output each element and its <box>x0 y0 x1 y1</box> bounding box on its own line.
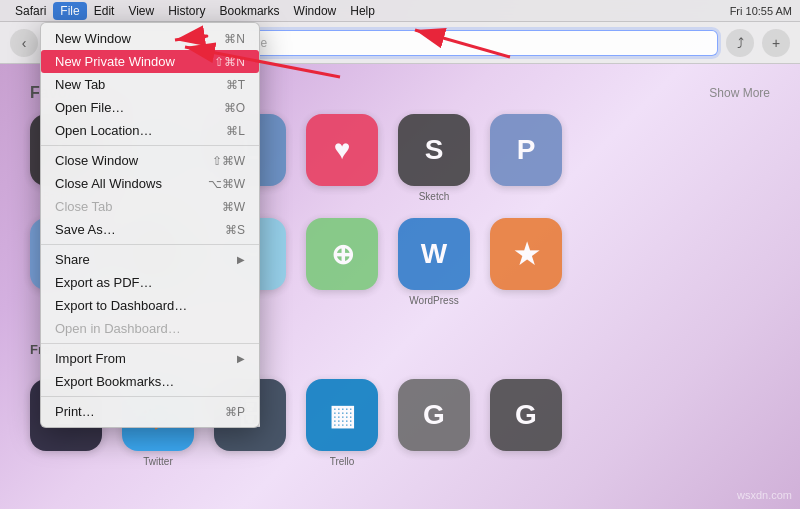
menu-item-export-bookmarks-label: Export Bookmarks… <box>55 374 174 389</box>
menu-item-close-window-shortcut: ⇧⌘W <box>212 154 245 168</box>
freq-icon-img-5: G <box>398 379 470 451</box>
fav-icon-4[interactable]: ♥ <box>306 114 378 202</box>
menu-item-save-as[interactable]: Save As… ⌘S <box>41 218 259 241</box>
menu-item-export-bookmarks[interactable]: Export Bookmarks… <box>41 370 259 393</box>
freq-icon-label-4: Trello <box>330 456 355 467</box>
menu-item-new-private-window-label: New Private Window <box>55 54 175 69</box>
menu-item-open-file-label: Open File… <box>55 100 124 115</box>
menu-file[interactable]: File <box>53 2 86 20</box>
new-tab-button[interactable]: + <box>762 29 790 57</box>
freq-icon-label-2: Twitter <box>143 456 172 467</box>
menu-item-new-private-window[interactable]: New Private Window ⇧⌘N <box>41 50 259 73</box>
menu-item-close-all-windows[interactable]: Close All Windows ⌥⌘W <box>41 172 259 195</box>
fav-icon-10[interactable]: ⊕ <box>306 218 378 306</box>
menu-bookmarks[interactable]: Bookmarks <box>213 2 287 20</box>
fav-icon-img-11: W <box>398 218 470 290</box>
menu-item-new-tab[interactable]: New Tab ⌘T <box>41 73 259 96</box>
fav-icon-img-12: ★ <box>490 218 562 290</box>
menu-bar-right: Fri 10:55 AM <box>730 5 792 17</box>
fav-icon-5[interactable]: S Sketch <box>398 114 470 202</box>
menu-item-close-tab: Close Tab ⌘W <box>41 195 259 218</box>
menu-bar: Safari File Edit View History Bookmarks … <box>0 0 800 22</box>
menu-item-import-from[interactable]: Import From ▶ <box>41 347 259 370</box>
freq-icon-4[interactable]: ▦ Trello <box>306 379 378 467</box>
fav-icon-label-5: Sketch <box>419 191 450 202</box>
menu-item-export-pdf[interactable]: Export as PDF… <box>41 271 259 294</box>
menu-item-new-window-shortcut: ⌘N <box>224 32 245 46</box>
menu-help[interactable]: Help <box>343 2 382 20</box>
watermark: wsxdn.com <box>737 489 792 501</box>
menu-item-close-tab-label: Close Tab <box>55 199 113 214</box>
file-dropdown-menu: New Window ⌘N New Private Window ⇧⌘N New… <box>40 22 260 428</box>
show-more-link[interactable]: Show More <box>709 86 770 100</box>
menu-item-open-dashboard: Open in Dashboard… <box>41 317 259 340</box>
menu-item-print-shortcut: ⌘P <box>225 405 245 419</box>
menu-item-open-file[interactable]: Open File… ⌘O <box>41 96 259 119</box>
menu-item-export-dashboard[interactable]: Export to Dashboard… <box>41 294 259 317</box>
separator-2 <box>41 244 259 245</box>
separator-1 <box>41 145 259 146</box>
fav-icon-img-5: S <box>398 114 470 186</box>
menu-item-print[interactable]: Print… ⌘P <box>41 400 259 423</box>
menu-item-print-label: Print… <box>55 404 95 419</box>
menu-item-open-location-label: Open Location… <box>55 123 153 138</box>
menu-item-open-location-shortcut: ⌘L <box>226 124 245 138</box>
import-arrow-icon: ▶ <box>237 353 245 364</box>
fav-icon-12[interactable]: ★ <box>490 218 562 306</box>
menu-item-new-private-window-shortcut: ⇧⌘N <box>214 55 245 69</box>
separator-4 <box>41 396 259 397</box>
freq-icon-img-4: ▦ <box>306 379 378 451</box>
menu-item-new-tab-shortcut: ⌘T <box>226 78 245 92</box>
menu-item-open-file-shortcut: ⌘O <box>224 101 245 115</box>
menu-safari[interactable]: Safari <box>8 2 53 20</box>
menu-item-save-as-shortcut: ⌘S <box>225 223 245 237</box>
menu-item-close-all-windows-label: Close All Windows <box>55 176 162 191</box>
menu-item-new-window-label: New Window <box>55 31 131 46</box>
freq-icon-6[interactable]: G <box>490 379 562 467</box>
menu-item-save-as-label: Save As… <box>55 222 116 237</box>
menu-item-close-all-windows-shortcut: ⌥⌘W <box>208 177 245 191</box>
menu-item-close-window[interactable]: Close Window ⇧⌘W <box>41 149 259 172</box>
menu-edit[interactable]: Edit <box>87 2 122 20</box>
menu-item-close-tab-shortcut: ⌘W <box>222 200 245 214</box>
menu-item-share[interactable]: Share ▶ <box>41 248 259 271</box>
fav-icon-11[interactable]: W WordPress <box>398 218 470 306</box>
share-button[interactable]: ⤴ <box>726 29 754 57</box>
menu-item-open-location[interactable]: Open Location… ⌘L <box>41 119 259 142</box>
freq-icon-5[interactable]: G <box>398 379 470 467</box>
menu-view[interactable]: View <box>121 2 161 20</box>
menu-item-share-label: Share <box>55 252 90 267</box>
fav-icon-6[interactable]: P <box>490 114 562 202</box>
back-button[interactable]: ‹ <box>10 29 38 57</box>
fav-icon-img-4: ♥ <box>306 114 378 186</box>
menu-item-export-dashboard-label: Export to Dashboard… <box>55 298 187 313</box>
fav-icon-label-11: WordPress <box>409 295 458 306</box>
menu-bar-clock: Fri 10:55 AM <box>730 5 792 17</box>
menu-item-open-dashboard-label: Open in Dashboard… <box>55 321 181 336</box>
separator-3 <box>41 343 259 344</box>
menu-window[interactable]: Window <box>287 2 344 20</box>
fav-icon-img-10: ⊕ <box>306 218 378 290</box>
menu-item-new-window[interactable]: New Window ⌘N <box>41 27 259 50</box>
menu-item-close-window-label: Close Window <box>55 153 138 168</box>
menu-item-import-from-label: Import From <box>55 351 126 366</box>
freq-icon-img-6: G <box>490 379 562 451</box>
fav-icon-img-6: P <box>490 114 562 186</box>
menu-item-new-tab-label: New Tab <box>55 77 105 92</box>
share-arrow-icon: ▶ <box>237 254 245 265</box>
menu-item-export-pdf-label: Export as PDF… <box>55 275 153 290</box>
menu-history[interactable]: History <box>161 2 212 20</box>
